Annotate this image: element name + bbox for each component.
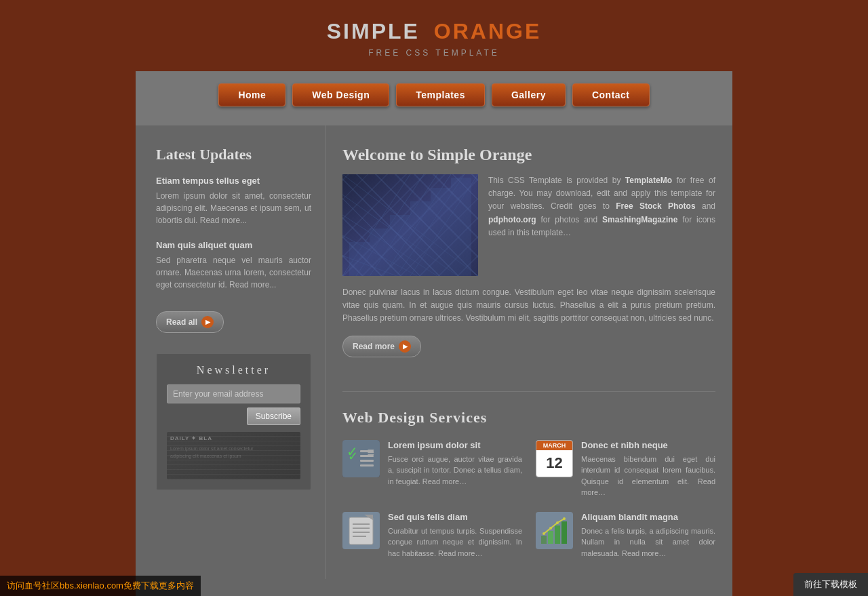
svg-line-11 [342, 256, 397, 276]
site-title: SIMPLE ORANGE [327, 19, 541, 44]
service-3-readmore[interactable]: Read more… [438, 549, 482, 557]
nav-item-webdesign[interactable]: Web Design [292, 83, 389, 106]
nav-center: Home Web Design Templates Gallery Contac… [136, 71, 732, 125]
site-subtitle: FREE CSS TEMPLATE [327, 48, 541, 58]
svg-text:✓: ✓ [348, 450, 358, 463]
services-title: Web Design Services [342, 409, 715, 426]
update-2-body: Sed pharetra neque vel mauris auctor orn… [156, 254, 311, 291]
svg-rect-19 [342, 440, 380, 477]
service-1-readmore[interactable]: Read more… [422, 477, 467, 485]
service-item-1: ✓ Lorem ipsum dolor sit Fusce orci augue… [342, 440, 522, 498]
freestockphotos-link[interactable]: Free Stock Photos [616, 201, 695, 211]
read-more-play-icon: ▶ [399, 340, 411, 353]
main-nav: Home Web Design Templates Gallery Contac… [218, 83, 649, 106]
service-4-readmore[interactable]: Read more… [622, 549, 666, 557]
welcome-content: This CSS Template is provided by Templat… [342, 174, 715, 276]
main-side-left [0, 125, 136, 596]
nav-item-contact[interactable]: Contact [572, 83, 650, 106]
svg-line-10 [342, 235, 417, 276]
calendar-header: MARCH [536, 441, 572, 450]
svg-rect-34 [541, 536, 547, 544]
service-2-heading: Donec et nibh neque [581, 440, 715, 450]
latest-updates-title: Latest Updates [156, 146, 311, 163]
calendar-day: 12 [536, 450, 572, 477]
svg-rect-21 [360, 450, 374, 452]
service-3-heading: Sed quis felis diam [388, 512, 522, 522]
svg-rect-26 [349, 517, 373, 544]
newsletter-title: Newsletter [167, 364, 300, 376]
svg-rect-24 [360, 464, 374, 466]
svg-point-38 [542, 532, 545, 535]
welcome-text: This CSS Template is provided by Templat… [488, 174, 715, 276]
update-item-2: Nam quis aliquet quam Sed pharetra neque… [156, 240, 311, 291]
title-plain: SIMPLE [327, 19, 420, 43]
svg-point-39 [549, 527, 552, 530]
svg-rect-12 [349, 242, 370, 276]
svg-point-41 [563, 517, 566, 520]
subscribe-button[interactable]: Subscribe [247, 408, 300, 425]
svg-rect-14 [390, 215, 410, 276]
nav-item-templates[interactable]: Templates [396, 83, 485, 106]
nav-side-right [732, 71, 868, 125]
download-banner-label: 前往下载模板 [804, 579, 857, 589]
update-1-readmore[interactable]: Read more... [200, 216, 247, 225]
service-3-icon [342, 512, 380, 549]
svg-line-4 [383, 174, 451, 276]
main-content: Latest Updates Etiam tempus tellus eget … [136, 125, 732, 596]
welcome-para2: Donec pulvinar lacus in lacus dictum con… [342, 286, 715, 325]
read-all-button[interactable]: Read all ▶ [156, 311, 224, 333]
read-all-play-icon: ▶ [201, 316, 214, 328]
svg-rect-36 [555, 525, 560, 544]
download-banner[interactable]: 前往下载模板 [793, 573, 868, 596]
newsletter-box: Newsletter Subscribe DAILY ✦ BLA Lorem i… [156, 353, 311, 490]
service-4-body: Donec a felis turpis, a adipiscing mauri… [581, 525, 715, 559]
nav-side-left [0, 71, 136, 125]
svg-line-6 [410, 174, 478, 276]
svg-rect-15 [410, 201, 431, 276]
svg-line-3 [370, 174, 437, 276]
update-1-body: Lorem ipsum dolor sit amet, consectetur … [156, 190, 311, 226]
nav-item-home[interactable]: Home [218, 83, 285, 106]
svg-line-9 [342, 215, 437, 276]
svg-line-7 [342, 174, 478, 276]
svg-point-40 [556, 521, 559, 524]
service-2-body: Maecenas bibendum dui eget dui interdum … [581, 454, 715, 498]
service-1-heading: Lorem ipsum dolor sit [388, 440, 522, 450]
service-1-icon: ✓ [342, 440, 380, 477]
read-more-button[interactable]: Read more ▶ [342, 336, 421, 357]
services-grid: ✓ Lorem ipsum dolor sit Fusce orci augue… [342, 440, 715, 559]
nav-item-gallery[interactable]: Gallery [492, 83, 566, 106]
service-3-body: Curabitur ut tempus turpis. Suspendisse … [388, 525, 522, 559]
templatemo-link[interactable]: TemplateMo [625, 176, 672, 185]
welcome-title: Welcome to Simple Orange [342, 146, 715, 164]
watermark: 访问血号社区bbs.xienlao.com免费下载更多内容 [0, 576, 201, 596]
service-2-info: Donec et nibh neque Maecenas bibendum du… [581, 440, 715, 498]
service-2-icon: MARCH 12 [536, 440, 573, 477]
service-item-4: Aliquam blandit magna Donec a felis turp… [536, 512, 715, 559]
update-2-heading: Nam quis aliquet quam [156, 240, 311, 250]
title-accent: ORANGE [434, 19, 541, 43]
pdphoto-link[interactable]: pdphoto.org [488, 215, 536, 224]
newsletter-email-input[interactable] [167, 384, 300, 403]
welcome-image [342, 174, 478, 276]
svg-line-2 [356, 174, 424, 276]
service-2-readmore[interactable]: Read more… [581, 477, 715, 497]
smashing-link[interactable]: SmashingMagazine [602, 215, 677, 224]
service-1-body: Fusce orci augue, auctor vitae gravida a… [388, 454, 522, 488]
svg-line-5 [397, 174, 465, 276]
svg-rect-16 [431, 188, 451, 276]
svg-rect-35 [548, 531, 553, 544]
svg-rect-13 [370, 229, 390, 276]
service-4-info: Aliquam blandit magna Donec a felis turp… [581, 512, 715, 559]
service-4-heading: Aliquam blandit magna [581, 512, 715, 522]
svg-rect-17 [451, 178, 471, 276]
service-item-3: Sed quis felis diam Curabitur ut tempus … [342, 512, 522, 559]
service-1-info: Lorem ipsum dolor sit Fusce orci augue, … [388, 440, 522, 498]
main-side-right [732, 125, 868, 596]
right-column: Welcome to Simple Orange [326, 125, 732, 579]
update-2-readmore[interactable]: Read more... [229, 280, 276, 290]
svg-rect-22 [360, 455, 374, 457]
svg-rect-23 [360, 460, 374, 462]
update-1-heading: Etiam tempus tellus eget [156, 176, 311, 186]
service-3-info: Sed quis felis diam Curabitur ut tempus … [388, 512, 522, 559]
